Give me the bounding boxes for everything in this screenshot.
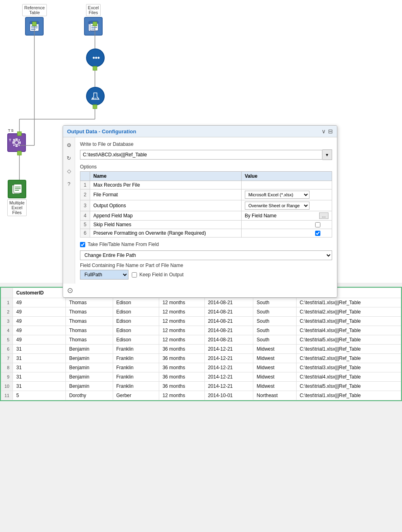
cell-lastname: Edison: [113, 326, 159, 335]
row-name-2: File Format: [90, 189, 242, 200]
cell-lastname: Edison: [113, 298, 159, 307]
cell-joindate: 2014-08-21: [204, 317, 253, 326]
sidebar-settings-icon[interactable]: ⚙: [65, 141, 74, 149]
keep-field-label: Keep Field in Output: [139, 272, 183, 278]
preserve-formatting-checkbox[interactable]: [315, 231, 320, 236]
row-value-3[interactable]: Overwrite Sheet or Range: [241, 200, 332, 211]
ref-table-node[interactable]: ReferenceTable: [22, 4, 47, 36]
cell-term: 12 months: [159, 298, 204, 307]
cell-firstname: Dorothy: [66, 391, 113, 400]
excel-files-icon: [84, 17, 103, 36]
svg-point-31: [98, 57, 100, 59]
row-name-4: Append Field Map: [90, 211, 242, 221]
cell-customerid: 49: [13, 307, 66, 317]
excel-files-node[interactable]: ExcelFiles: [84, 4, 103, 36]
cell-region: Northeast: [253, 391, 296, 400]
table-row: 2 49 Thomas Edison 12 months 2014-08-21 …: [1, 307, 401, 317]
cell-joindate: 2014-12-21: [204, 372, 253, 382]
row-value-1: [241, 181, 332, 189]
row-num-6: 6: [80, 229, 90, 238]
options-table: Name Value 1 Max Records Per File 2 File: [80, 171, 332, 238]
keep-field-checkbox[interactable]: [132, 272, 137, 278]
file-format-select[interactable]: Microsoft Excel (*.xlsx): [245, 191, 309, 199]
cell-fullpath: C:\test\trial3.xlsx|||Ref_Table: [296, 363, 401, 372]
ref-table-label: ReferenceTable: [22, 4, 47, 16]
cell-customerid: 31: [13, 372, 66, 382]
flask-icon: [86, 87, 105, 105]
row-value-5[interactable]: [241, 221, 332, 229]
cell-region: South: [253, 326, 296, 335]
skip-field-names-checkbox[interactable]: [315, 222, 320, 227]
cell-term: 36 months: [159, 354, 204, 363]
cell-fullpath: C:\test\trial2.xlsx|||Ref_Table: [296, 354, 401, 363]
cell-fullpath: C:\test\trial2.xlsx|||Ref_Table: [296, 307, 401, 317]
data-table: CustomerID FirstName LastName Term JoinD…: [1, 288, 401, 400]
gear-node[interactable]: T S: [7, 133, 26, 152]
change-path-select[interactable]: Change Entire File Path: [80, 250, 332, 260]
cell-lastname: Edison: [113, 307, 159, 317]
cell-firstname: Thomas: [66, 298, 113, 307]
row-value-2[interactable]: Microsoft Excel (*.xlsx): [241, 189, 332, 200]
cell-customerid: 49: [13, 317, 66, 326]
cell-lastname: Edison: [113, 335, 159, 345]
ref-table-icon: [25, 17, 44, 36]
append-field-dots-btn[interactable]: ...: [319, 212, 328, 219]
append-field-value: By Field Name: [245, 213, 318, 219]
cell-customerid: 31: [13, 345, 66, 354]
table-row: 6 31 Benjamin Franklin 36 months 2014-12…: [1, 345, 401, 354]
output-node[interactable]: MultipleExcelFiles: [7, 180, 27, 216]
config-title: Output Data - Configuration: [67, 128, 136, 135]
cell-num: 1: [1, 298, 13, 307]
file-path-browse-btn[interactable]: ▼: [322, 149, 332, 160]
cell-joindate: 2014-08-21: [204, 326, 253, 335]
row-value-6[interactable]: [241, 229, 332, 238]
collapse-icon[interactable]: ∨: [322, 128, 326, 135]
cell-joindate: 2014-12-21: [204, 363, 253, 372]
cell-fullpath: C:\test\trial5.xlsx|||Ref_Table: [296, 335, 401, 345]
cell-firstname: Benjamin: [66, 363, 113, 372]
table-row: 2 File Format Microsoft Excel (*.xlsx): [80, 189, 332, 200]
popout-icon[interactable]: ⊟: [328, 128, 333, 135]
svg-point-35: [15, 141, 19, 145]
flask-node[interactable]: [86, 87, 105, 105]
take-name-checkbox[interactable]: [80, 242, 85, 247]
cell-region: Midwest: [253, 363, 296, 372]
svg-point-34: [95, 99, 96, 99]
row-num-2: 2: [80, 189, 90, 200]
check-node[interactable]: [86, 48, 105, 67]
cell-lastname: Franklin: [113, 382, 159, 391]
cell-firstname: Benjamin: [66, 354, 113, 363]
svg-rect-17: [30, 21, 39, 24]
cell-joindate: 2014-12-21: [204, 354, 253, 363]
table-row: 4 Append Field Map By Field Name ...: [80, 211, 332, 221]
cell-lastname: Gerber: [113, 391, 159, 400]
cell-region: South: [253, 298, 296, 307]
row-value-4[interactable]: By Field Name ...: [241, 211, 332, 221]
sidebar-refresh-icon[interactable]: ↻: [65, 154, 74, 162]
field-select[interactable]: FullPath: [80, 270, 128, 280]
table-row: 7 31 Benjamin Franklin 36 months 2014-12…: [1, 354, 401, 363]
cell-term: 12 months: [159, 391, 204, 400]
cell-region: South: [253, 317, 296, 326]
file-path-input[interactable]: [80, 150, 322, 160]
gear-icon: [7, 133, 26, 152]
cell-num: 9: [1, 372, 13, 382]
options-label: Options: [80, 164, 332, 170]
cell-term: 36 months: [159, 345, 204, 354]
cell-fullpath: C:\test\trial4.xlsx|||Ref_Table: [296, 372, 401, 382]
svg-point-33: [93, 98, 94, 99]
cell-firstname: Thomas: [66, 335, 113, 345]
cell-num: 7: [1, 354, 13, 363]
cell-joindate: 2014-08-21: [204, 298, 253, 307]
config-panel: Output Data - Configuration ∨ ⊟ ⚙ ↻ ◇ ? …: [63, 125, 337, 298]
cell-joindate: 2014-12-21: [204, 382, 253, 391]
cell-fullpath: C:\test\trial1.xlsx|||Ref_Table: [296, 345, 401, 354]
output-options-select[interactable]: Overwrite Sheet or Range: [245, 202, 309, 210]
sidebar-help-icon[interactable]: ?: [65, 179, 74, 188]
workflow-canvas: T S ReferenceTable ExcelFiles: [0, 0, 402, 283]
keep-field-row: Keep Field in Output: [132, 272, 183, 278]
sidebar-tag-icon[interactable]: ◇: [65, 166, 74, 175]
check-icon: [86, 48, 105, 67]
table-row: 5 49 Thomas Edison 12 months 2014-08-21 …: [1, 335, 401, 345]
cell-term: 36 months: [159, 363, 204, 372]
